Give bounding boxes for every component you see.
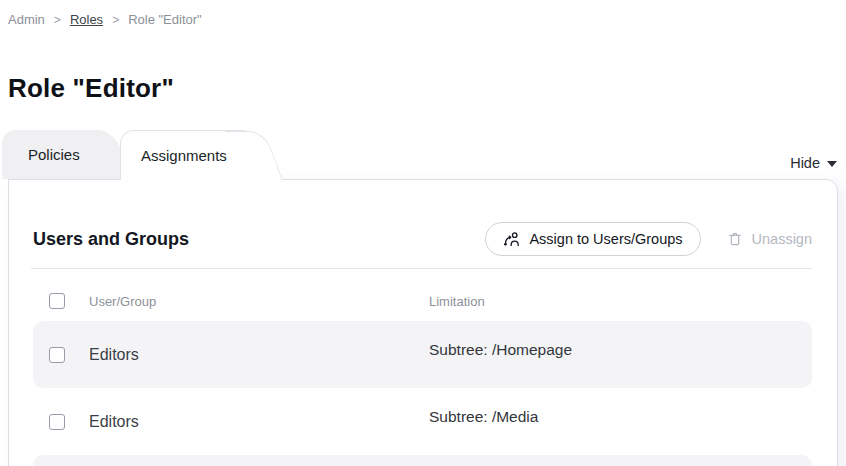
breadcrumb: Admin > Roles > Role "Editor": [8, 12, 846, 28]
limitation-cell: Subtree: /Media: [429, 388, 812, 455]
tab-assignments[interactable]: Assignments: [120, 130, 245, 180]
limitation-cell: Subtree: /Homepage: [429, 321, 812, 388]
breadcrumb-item-roles[interactable]: Roles: [70, 12, 103, 28]
tab-policies[interactable]: Policies: [2, 130, 94, 179]
assign-button-label: Assign to Users/Groups: [529, 231, 682, 247]
column-header-user-group: User/Group: [89, 294, 429, 309]
unassign-button-label: Unassign: [752, 231, 812, 247]
chevron-down-icon: [827, 161, 837, 167]
tab-bar: Policies Assignments Hide: [0, 130, 846, 179]
section-header: Users and Groups Assign to Users/Groups: [33, 221, 812, 257]
tab-assignments-label: Assignments: [141, 147, 227, 164]
table-header-row: User/Group Limitation: [33, 281, 812, 321]
user-group-cell: Editors: [89, 388, 429, 455]
section-actions: Assign to Users/Groups Unassign: [485, 222, 812, 256]
page-title: Role "Editor": [8, 72, 846, 104]
table-row: Editors Subtree: /Media: [33, 388, 812, 455]
table-row: Editors Subtree: /Homepage: [33, 321, 812, 388]
page-root: Admin > Roles > Role "Editor" Role "Edit…: [0, 12, 846, 466]
breadcrumb-separator: >: [112, 12, 119, 28]
hide-toggle[interactable]: Hide: [790, 155, 837, 171]
row-checkbox[interactable]: [49, 347, 65, 363]
hide-toggle-label: Hide: [790, 155, 820, 171]
column-header-limitation: Limitation: [429, 294, 812, 309]
tab-policies-label: Policies: [28, 146, 80, 163]
select-all-checkbox-cell: [49, 293, 65, 309]
section-divider: [31, 268, 812, 269]
table-row-partial: [33, 455, 812, 466]
select-all-checkbox[interactable]: [49, 293, 65, 309]
unassign-button[interactable]: Unassign: [727, 231, 812, 247]
breadcrumb-separator: >: [54, 12, 61, 28]
row-checkbox-cell: [49, 388, 65, 455]
breadcrumb-item-admin[interactable]: Admin: [8, 12, 45, 28]
assignments-panel: Users and Groups Assign to Users/Groups: [8, 179, 838, 466]
trash-icon: [727, 231, 743, 247]
user-group-cell: Editors: [89, 321, 429, 388]
row-checkbox-cell: [49, 321, 65, 388]
tab-curve: [225, 131, 283, 180]
assign-to-users-groups-button[interactable]: Assign to Users/Groups: [485, 222, 700, 256]
breadcrumb-item-current: Role "Editor": [128, 12, 202, 28]
section-title: Users and Groups: [33, 229, 189, 250]
assign-user-icon: [503, 231, 520, 248]
row-checkbox[interactable]: [49, 414, 65, 430]
